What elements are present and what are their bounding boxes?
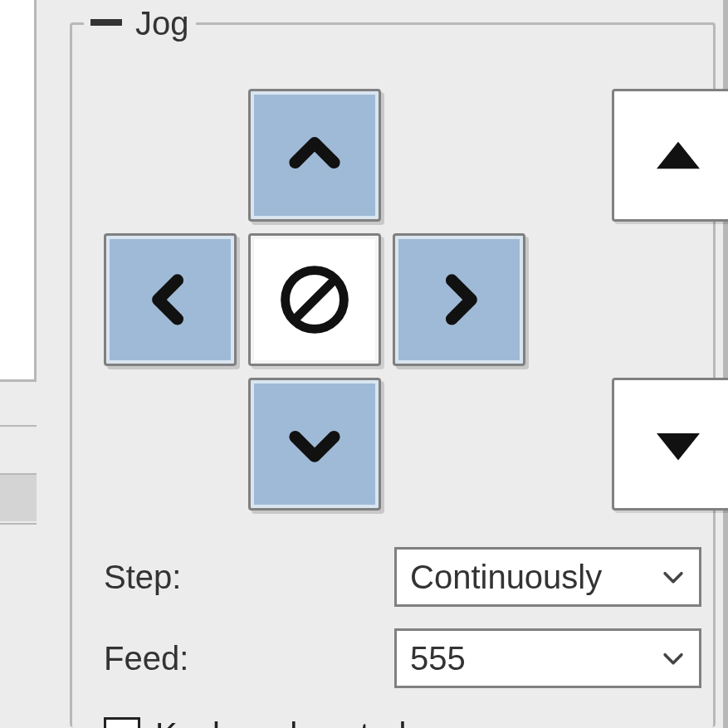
jog-y-plus-button[interactable] [248, 89, 381, 222]
step-value: Continuously [410, 559, 654, 596]
chevron-right-icon [430, 271, 488, 329]
jog-stop-button[interactable] [248, 233, 381, 366]
chevron-down-icon [659, 563, 687, 591]
collapse-icon[interactable] [90, 19, 122, 26]
chevron-up-icon [286, 126, 344, 184]
left-toolbar-fragment [0, 425, 37, 525]
keyboard-control-checkbox[interactable] [104, 717, 140, 729]
chevron-left-icon [141, 271, 199, 329]
step-row: Step: Continuously [104, 547, 701, 607]
svg-line-1 [294, 279, 335, 320]
chevron-down-icon [659, 644, 687, 672]
jog-panel-legend[interactable]: Jog [84, 5, 196, 42]
chevron-down-icon [286, 415, 344, 473]
jog-x-minus-button[interactable] [104, 233, 237, 366]
no-entry-icon [273, 258, 356, 341]
feed-combobox[interactable]: 555 [394, 628, 701, 688]
keyboard-control-row[interactable]: Keyboard control [104, 716, 406, 728]
feed-value: 555 [410, 640, 654, 677]
jog-y-minus-button[interactable] [248, 378, 381, 511]
feed-label: Feed: [104, 640, 188, 677]
jog-z-minus-button[interactable] [612, 378, 728, 511]
jog-panel-title: Jog [135, 5, 189, 42]
jog-button-grid [104, 89, 728, 511]
triangle-down-icon [646, 412, 711, 476]
triangle-up-icon [646, 123, 711, 188]
keyboard-control-label: Keyboard control [155, 716, 406, 728]
feed-row: Feed: 555 [104, 628, 701, 688]
jog-z-plus-button[interactable] [612, 89, 728, 222]
jog-x-plus-button[interactable] [393, 233, 525, 366]
step-label: Step: [104, 559, 181, 596]
jog-panel: Jog [70, 5, 716, 727]
step-combobox[interactable]: Continuously [394, 547, 701, 607]
left-panel-fragment [0, 0, 37, 382]
